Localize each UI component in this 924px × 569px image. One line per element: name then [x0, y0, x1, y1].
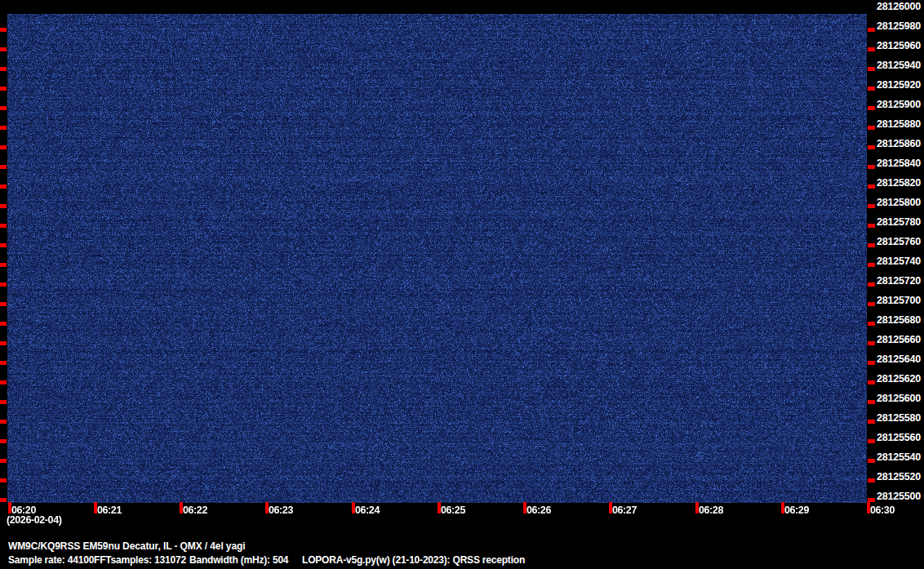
freq-label: 28125680	[877, 314, 924, 326]
freq-tick-left	[0, 28, 7, 32]
freq-label: 28125620	[877, 373, 924, 385]
bandwidth-label: Bandwidth (mHz): 504	[189, 554, 288, 566]
freq-tick-left	[0, 361, 7, 365]
freq-label: 28125960	[877, 40, 924, 51]
freq-tick-left	[0, 106, 7, 110]
station-info: WM9C/KQ9RSS EM59nu Decatur, IL - QMX / 4…	[8, 540, 245, 552]
freq-tick-left	[0, 380, 7, 385]
freq-label: 28125560	[877, 432, 924, 443]
freq-tick-right	[868, 282, 875, 287]
freq-label: 28125920	[877, 79, 924, 91]
freq-label: 28125880	[877, 118, 924, 130]
freq-tick-left	[0, 420, 7, 424]
freq-label: 28125980	[877, 20, 924, 32]
freq-tick-right	[868, 87, 875, 91]
sample-rate-label: Sample rate: 44100	[8, 554, 94, 566]
freq-label: 28125600	[877, 393, 924, 404]
freq-tick-left	[0, 322, 7, 326]
freq-tick-left	[0, 400, 7, 404]
freq-tick-left	[0, 204, 7, 208]
freq-label: 28125840	[877, 158, 924, 169]
freq-label: 28125540	[877, 451, 924, 463]
freq-tick-right	[868, 478, 875, 482]
freq-label: 28125720	[877, 275, 924, 287]
freq-tick-right	[868, 106, 875, 110]
freq-tick-right	[868, 302, 875, 306]
freq-label: 28125820	[877, 177, 924, 189]
freq-tick-left	[0, 243, 7, 247]
freq-tick-right	[868, 341, 875, 345]
freq-tick-left	[0, 498, 7, 502]
freq-tick-right	[868, 28, 875, 32]
date-label: (2026-02-04)	[7, 514, 61, 526]
freq-tick-right	[868, 322, 875, 326]
freq-tick-right	[868, 204, 875, 208]
freq-tick-right	[868, 243, 875, 247]
freq-tick-right	[868, 400, 875, 404]
freq-label: 28125580	[877, 412, 924, 424]
freq-tick-left	[0, 184, 7, 189]
freq-tick-left	[0, 459, 7, 463]
freq-label: 28125900	[877, 99, 924, 110]
freq-tick-left	[0, 478, 7, 482]
freq-tick-right	[868, 420, 875, 424]
time-label: 06:26	[526, 505, 551, 516]
freq-label: 28125700	[877, 295, 924, 306]
freq-label: 28125660	[877, 334, 924, 345]
qrss-grabber-view: 2812600028125980281259602812594028125920…	[0, 0, 924, 569]
freq-tick-right	[868, 47, 875, 51]
time-label: 06:30	[870, 505, 895, 516]
freq-label: 28125780	[877, 216, 924, 228]
freq-tick-right	[868, 184, 875, 189]
time-label: 06:25	[441, 505, 465, 516]
freq-tick-right	[868, 165, 875, 169]
freq-tick-right	[868, 459, 875, 463]
freq-tick-left	[0, 67, 7, 71]
freq-label: 28125760	[877, 236, 924, 247]
freq-label: 28126000	[877, 1, 924, 12]
freq-label: 28125640	[877, 353, 924, 365]
freq-tick-left	[0, 341, 7, 345]
freq-tick-left	[0, 263, 7, 267]
freq-label: 28125740	[877, 256, 924, 267]
freq-tick-right	[868, 263, 875, 267]
freq-tick-left	[0, 302, 7, 306]
freq-tick-left	[0, 87, 7, 91]
time-label: 06:24	[355, 505, 380, 516]
freq-tick-right	[868, 145, 875, 149]
freq-tick-right	[868, 380, 875, 385]
freq-tick-right	[868, 361, 875, 365]
freq-tick-left	[0, 439, 7, 443]
freq-tick-left	[0, 282, 7, 287]
freq-tick-right	[868, 126, 875, 130]
freq-label: 28125860	[877, 138, 924, 149]
freq-tick-right	[868, 67, 875, 71]
freq-tick-left	[0, 165, 7, 169]
freq-tick-right	[868, 224, 875, 228]
freq-label: 28125520	[877, 471, 924, 482]
spectrogram-canvas	[7, 14, 867, 503]
time-label: 06:21	[97, 505, 122, 516]
freq-label: 28125800	[877, 197, 924, 208]
time-label: 06:23	[269, 505, 293, 516]
freq-tick-left	[0, 126, 7, 130]
freq-tick-left	[0, 47, 7, 51]
time-label: 06:29	[784, 505, 809, 516]
time-label: 06:27	[612, 505, 637, 516]
fft-samples-label: FFTsamples: 131072	[94, 554, 186, 566]
software-version-label: LOPORA-v5g.py(w) (21-10-2023): QRSS rece…	[302, 554, 525, 566]
freq-tick-right	[868, 439, 875, 443]
freq-tick-left	[0, 224, 7, 228]
freq-label: 28125500	[877, 491, 924, 502]
time-label: 06:28	[699, 505, 723, 516]
freq-label: 28125940	[877, 60, 924, 71]
freq-tick-left	[0, 145, 7, 149]
time-label: 06:22	[183, 505, 207, 516]
